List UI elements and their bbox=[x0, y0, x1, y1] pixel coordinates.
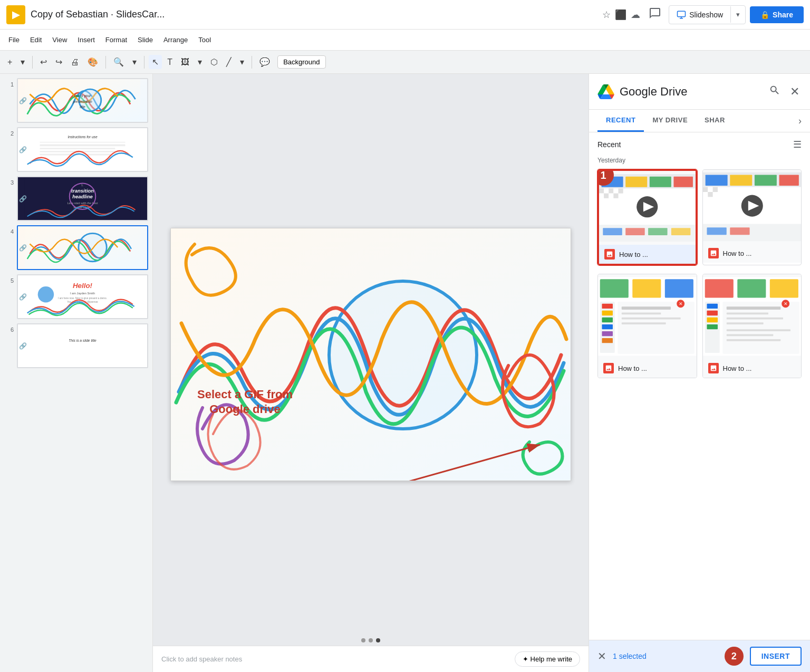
slide-image-2[interactable]: Instructions for use 🔗 bbox=[17, 127, 148, 172]
present-main-button[interactable]: Slideshow bbox=[669, 6, 730, 24]
tab-shared[interactable]: SHAR bbox=[696, 110, 734, 132]
slide-dot-3[interactable] bbox=[376, 638, 380, 642]
save-status-icon[interactable]: ⬛ bbox=[615, 9, 626, 21]
add-dropdown-button[interactable]: ▾ bbox=[17, 55, 28, 69]
svg-rect-67 bbox=[703, 187, 708, 192]
file-3-thumbnail: ✕ bbox=[598, 274, 697, 359]
separator-4 bbox=[252, 56, 252, 69]
slide-thumb-6[interactable]: 6 This is a slide title 🔗 bbox=[4, 323, 148, 368]
present-dropdown-button[interactable]: ▾ bbox=[730, 6, 745, 23]
drive-file-1[interactable]: 1 bbox=[597, 169, 697, 265]
shape-tool[interactable]: ⬡ bbox=[207, 55, 221, 69]
slide-image-1[interactable]: this is your presentation title 🔗 bbox=[17, 78, 148, 123]
svg-rect-49 bbox=[599, 194, 604, 198]
text-tool[interactable]: T bbox=[164, 55, 176, 69]
comments-button[interactable] bbox=[645, 4, 664, 25]
print-button[interactable]: 🖨 bbox=[68, 55, 82, 69]
drive-file-name-3: How to ... bbox=[618, 364, 647, 372]
ai-notes-button[interactable]: ✦ Help me write bbox=[515, 651, 580, 667]
slide-image-6[interactable]: This is a slide title 🔗 bbox=[17, 323, 148, 368]
slide-image-4[interactable]: 🔗 bbox=[17, 225, 148, 270]
drive-insert-button[interactable]: INSERT bbox=[750, 647, 802, 666]
paint-format-button[interactable]: 🎨 bbox=[84, 55, 101, 69]
zoom-button[interactable]: 🔍 bbox=[110, 55, 127, 69]
add-button[interactable]: + bbox=[4, 55, 15, 69]
menu-arrange[interactable]: Arrange bbox=[159, 34, 192, 46]
tab-recent[interactable]: RECENT bbox=[597, 110, 644, 132]
svg-rect-51 bbox=[609, 194, 613, 198]
svg-text:I am Jayden Smith: I am Jayden Smith bbox=[70, 292, 95, 295]
svg-text:This is a slide title: This is a slide title bbox=[69, 339, 97, 342]
slide-canvas[interactable]: Select a GIF from Google drive bbox=[170, 228, 571, 481]
svg-text:transition: transition bbox=[71, 188, 94, 194]
svg-rect-57 bbox=[625, 228, 645, 235]
menu-edit[interactable]: Edit bbox=[26, 34, 46, 46]
svg-rect-100 bbox=[707, 304, 718, 309]
drive-cancel-button[interactable]: ✕ bbox=[597, 650, 606, 663]
svg-rect-80 bbox=[665, 279, 693, 297]
image-dropdown[interactable]: ▾ bbox=[195, 55, 205, 69]
star-icon[interactable]: ☆ bbox=[602, 9, 611, 21]
cursor-tool[interactable]: ↖ bbox=[149, 55, 162, 69]
step-circle-2: 2 bbox=[725, 647, 744, 666]
drive-close-button[interactable]: ✕ bbox=[788, 83, 802, 101]
svg-rect-44 bbox=[599, 189, 604, 194]
drive-search-button[interactable] bbox=[767, 82, 783, 101]
svg-rect-52 bbox=[613, 194, 618, 198]
slide-image-5[interactable]: Hello! I am Jayden Smith I am here now. … bbox=[17, 274, 148, 319]
slide-number-5: 5 bbox=[4, 274, 14, 284]
redo-button[interactable]: ↪ bbox=[52, 55, 65, 69]
drive-bottom-bar: ✕ 1 selected 2 INSERT bbox=[589, 640, 810, 672]
slide-thumb-2[interactable]: 2 Instructions for use 🔗 bbox=[4, 127, 148, 172]
menu-tools[interactable]: Tool bbox=[194, 34, 215, 46]
slide-panel: 1 this is your presentation title bbox=[0, 74, 153, 672]
slide-thumb-4[interactable]: 4 🔗 bbox=[4, 225, 148, 270]
line-tool[interactable]: ╱ bbox=[223, 55, 235, 69]
image-tool[interactable]: 🖼 bbox=[178, 55, 192, 69]
slide-3-content: 1. transition headline Let's start with … bbox=[18, 177, 147, 220]
slide-view: Select a GIF from Google drive bbox=[153, 74, 589, 672]
slide-dot-2[interactable] bbox=[369, 638, 373, 642]
svg-rect-83 bbox=[602, 311, 613, 315]
svg-rect-85 bbox=[602, 324, 613, 329]
slide-dot-1[interactable] bbox=[361, 638, 365, 642]
slide-thumb-5[interactable]: 5 Hello! I am Jayden Smith I am here now… bbox=[4, 274, 148, 319]
svg-rect-62 bbox=[705, 175, 727, 186]
document-title[interactable]: Copy of Sebastian · SlidesCar... bbox=[31, 9, 597, 20]
svg-rect-50 bbox=[604, 194, 609, 198]
undo-button[interactable]: ↩ bbox=[37, 55, 50, 69]
menu-view[interactable]: View bbox=[48, 34, 71, 46]
share-button[interactable]: 🔒 Share bbox=[750, 6, 804, 23]
list-view-icon[interactable]: ☰ bbox=[793, 139, 802, 150]
slide-link-icon-3: 🔗 bbox=[19, 195, 27, 203]
cloud-icon[interactable]: ☁ bbox=[631, 9, 640, 21]
line-dropdown[interactable]: ▾ bbox=[237, 55, 247, 69]
svg-rect-89 bbox=[622, 306, 671, 310]
drive-tabs-more[interactable]: › bbox=[798, 116, 802, 127]
tab-my-drive[interactable]: MY DRIVE bbox=[644, 110, 696, 132]
menu-insert[interactable]: Insert bbox=[73, 34, 99, 46]
drive-file-3[interactable]: ✕ How to ... bbox=[597, 274, 697, 378]
svg-point-23 bbox=[38, 286, 54, 302]
notes-placeholder[interactable]: Click to add speaker notes bbox=[161, 655, 242, 663]
svg-text:headline: headline bbox=[72, 194, 93, 199]
comment-tool[interactable]: 💬 bbox=[256, 55, 273, 69]
slide-thumb-3[interactable]: 3 1. transition headline Let's start wit… bbox=[4, 176, 148, 221]
slide-canvas-area[interactable]: Select a GIF from Google drive bbox=[153, 74, 589, 635]
slide-1-content: this is your presentation title bbox=[18, 79, 147, 122]
slide-number-1: 1 bbox=[4, 78, 14, 88]
svg-rect-46 bbox=[609, 189, 613, 194]
menu-file[interactable]: File bbox=[4, 34, 24, 46]
background-button[interactable]: Background bbox=[277, 55, 325, 69]
drive-file-2[interactable]: How to ... bbox=[702, 169, 802, 265]
menu-format[interactable]: Format bbox=[101, 34, 131, 46]
drive-file-4[interactable]: ✕ How to ... bbox=[702, 274, 802, 378]
svg-text:I am here now. Nice to give pr: I am here now. Nice to give present a de… bbox=[58, 297, 107, 300]
zoom-dropdown-button[interactable]: ▾ bbox=[129, 55, 140, 69]
menu-slide[interactable]: Slide bbox=[133, 34, 157, 46]
present-button-group: Slideshow ▾ bbox=[669, 5, 746, 24]
svg-rect-86 bbox=[602, 331, 613, 336]
svg-rect-84 bbox=[602, 318, 613, 322]
slide-thumb-1[interactable]: 1 this is your presentation title bbox=[4, 78, 148, 123]
slide-image-3[interactable]: 1. transition headline Let's start with … bbox=[17, 176, 148, 221]
